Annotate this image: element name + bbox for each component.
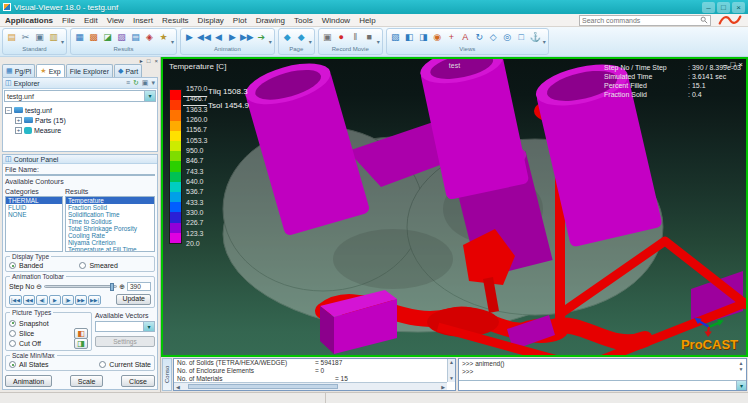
report-icon[interactable]: ▤ (129, 30, 142, 44)
first-step-button[interactable]: |◀◀ (9, 295, 22, 305)
toolbar-overflow-icon[interactable]: ▾ (309, 38, 312, 45)
pan-view-icon[interactable]: ◇ (487, 30, 500, 44)
result-filter-icon[interactable]: ★ (157, 30, 170, 44)
scroll-left-icon[interactable]: ◀ (176, 384, 180, 390)
pause-icon[interactable]: ‖ (349, 30, 362, 44)
tab-file-explorer[interactable]: File Explorer (66, 64, 113, 77)
tab-pg-pl[interactable]: ▦ Pg/Pl (2, 64, 35, 77)
scroll-right-icon[interactable]: ▶ (441, 384, 445, 390)
settings-button[interactable]: Settings (95, 336, 155, 347)
scrollbar-thumb[interactable] (188, 384, 338, 389)
result-item[interactable]: Fraction Solid (66, 204, 154, 211)
chevron-down-icon[interactable]: ▾ (151, 79, 155, 87)
toolbar-overflow-icon[interactable]: ▾ (543, 38, 546, 45)
sort-icon[interactable]: ≡ (126, 79, 130, 87)
scroll-down-icon[interactable]: ▼ (448, 375, 455, 382)
anchor-view-icon[interactable]: ⚓ (529, 30, 542, 44)
maximize-button[interactable]: □ (717, 2, 730, 13)
minimize-button[interactable]: – (702, 2, 715, 13)
toolbar-overflow-icon[interactable]: ▾ (171, 38, 174, 45)
radio-cut-off[interactable] (9, 340, 16, 347)
vector-plot-icon[interactable]: ◪ (101, 30, 114, 44)
dock-float-icon[interactable]: □ (147, 58, 151, 64)
vectors-combo[interactable]: ▾ (95, 321, 155, 332)
step-slider[interactable] (44, 285, 117, 288)
layers-icon[interactable]: ▣ (142, 79, 149, 87)
zoom-window-icon[interactable]: ◎ (501, 30, 514, 44)
play-steps-button[interactable]: ▶ (49, 295, 61, 305)
slice-tool-button[interactable]: ◧ (74, 328, 88, 339)
result-item[interactable]: Temperature at Fill Time (66, 246, 154, 252)
radio-snapshot[interactable] (9, 320, 16, 327)
chevron-down-icon[interactable]: ▾ (144, 91, 155, 101)
slider-minus-icon[interactable]: ⊖ (36, 283, 42, 291)
result-item[interactable]: Time to Solidus (66, 218, 154, 225)
update-button[interactable]: Update (116, 294, 151, 305)
view-manager-icon[interactable]: ▧ (389, 30, 402, 44)
menu-item[interactable]: Insert (133, 16, 153, 25)
camera-icon[interactable]: ▣ (321, 30, 334, 44)
search-icon[interactable] (700, 16, 708, 24)
viewport-restore-button[interactable]: □ (730, 60, 735, 69)
globe-view-icon[interactable]: ◉ (431, 30, 444, 44)
section-cut-icon[interactable]: ▨ (115, 30, 128, 44)
result-item[interactable]: Cooling Rate (66, 232, 154, 239)
tree-item-parts[interactable]: + Parts (15) (5, 115, 155, 125)
next-page-icon[interactable]: ◆ (295, 30, 308, 44)
step-forward-button[interactable]: |▶ (62, 295, 74, 305)
tab-explorer[interactable]: ★ Exp (36, 64, 64, 77)
copy-icon[interactable]: ▣ (33, 30, 46, 44)
menu-item[interactable]: Drawing (256, 16, 285, 25)
cutoff-tool-button[interactable]: ◨ (74, 338, 88, 349)
close-panel-button[interactable]: Close (121, 375, 155, 387)
menu-item[interactable]: Edit (84, 16, 98, 25)
paste-icon[interactable]: ▥ (47, 30, 60, 44)
search-box[interactable] (579, 15, 711, 26)
python-shell[interactable]: >>> animend() >>> ▲ ▼ ▾ (458, 358, 747, 391)
radio-current-state[interactable] (99, 361, 106, 368)
result-item[interactable]: Niyama Criterion (66, 239, 154, 246)
dock-close-icon[interactable]: × (154, 58, 158, 64)
shell-input[interactable] (459, 381, 736, 390)
viewport-minimize-button[interactable]: – (723, 60, 727, 69)
scroll-down-icon[interactable]: ▼ (737, 366, 745, 372)
toolbar-overflow-icon[interactable]: ▾ (377, 38, 380, 45)
expand-icon[interactable]: + (15, 117, 22, 124)
menu-item[interactable]: Help (359, 16, 375, 25)
top-view-icon[interactable]: ◨ (417, 30, 430, 44)
menu-item[interactable]: Results (162, 16, 189, 25)
last-step-button[interactable]: ▶▶| (88, 295, 101, 305)
slider-plus-icon[interactable]: ⊕ (119, 283, 125, 291)
close-button[interactable]: × (732, 2, 745, 13)
search-input[interactable] (582, 17, 700, 24)
first-frame-icon[interactable]: ◀◀ (197, 30, 211, 44)
category-item[interactable]: THERMAL (6, 197, 62, 204)
menu-item[interactable]: Window (322, 16, 350, 25)
category-item[interactable]: FLUID (6, 204, 62, 211)
open-file-icon[interactable]: ▤ (5, 30, 18, 44)
axis-triad-icon[interactable]: + (445, 30, 458, 44)
animation-setup-icon[interactable]: ▶ (183, 30, 196, 44)
collapse-icon[interactable]: − (5, 107, 12, 114)
viewport[interactable]: Temperature [C] test – □ × (161, 57, 748, 357)
annotation-text-icon[interactable]: A (459, 30, 472, 44)
tab-part[interactable]: ◆ Part (114, 64, 142, 77)
rotate-view-icon[interactable]: ↻ (473, 30, 486, 44)
chevron-down-icon[interactable]: ▾ (143, 322, 154, 331)
front-view-icon[interactable]: ◧ (403, 30, 416, 44)
menu-item[interactable]: Tools (294, 16, 313, 25)
chevron-down-icon[interactable]: ▾ (736, 381, 746, 390)
radio-smeared[interactable] (79, 262, 86, 269)
fast-backward-button[interactable]: ◀◀ (23, 295, 35, 305)
tree-item-root[interactable]: − testg.unf (5, 105, 155, 115)
expand-icon[interactable]: + (15, 127, 22, 134)
record-icon[interactable]: ● (335, 30, 348, 44)
contour-plot-icon[interactable]: ▩ (87, 30, 100, 44)
result-item[interactable]: Total Shrinkage Porosity (66, 225, 154, 232)
step-slider-thumb[interactable] (110, 283, 114, 291)
toolbar-overflow-icon[interactable]: ▾ (269, 38, 272, 45)
result-item[interactable]: Temperature (66, 197, 154, 204)
file-name-field[interactable]: E:/Installs/ESI/Test/Body CG 3-600 Rev08… (5, 174, 155, 176)
cut-icon[interactable]: ✂ (19, 30, 32, 44)
menu-item[interactable]: Plot (233, 16, 247, 25)
